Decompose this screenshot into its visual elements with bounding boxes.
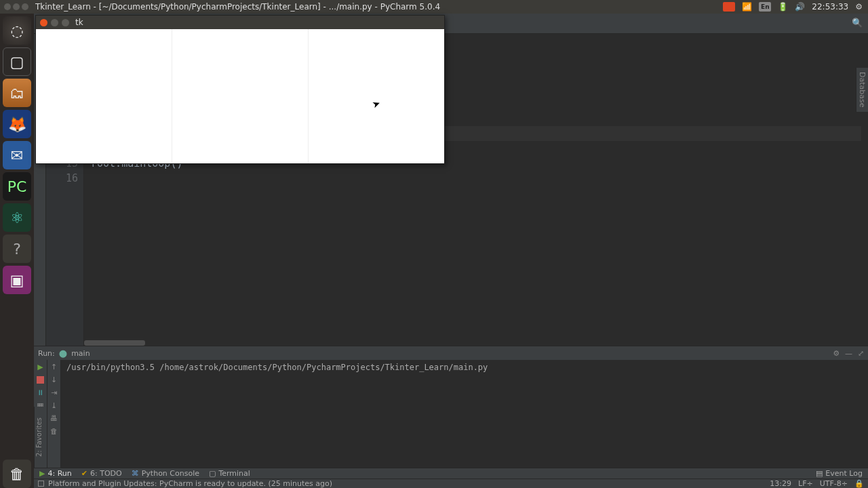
tk-titlebar[interactable]: tk bbox=[36, 16, 444, 29]
tab-todo[interactable]: ✔6: TODO bbox=[81, 469, 122, 478]
pause-button[interactable]: ⏸ bbox=[36, 388, 45, 397]
favorites-tool-tab[interactable]: 2: Favorites bbox=[34, 407, 46, 468]
down-stack-button[interactable]: ↓ bbox=[50, 375, 58, 384]
code-line[interactable] bbox=[91, 171, 861, 186]
tk-close-icon[interactable] bbox=[40, 19, 47, 26]
tk-max-icon[interactable] bbox=[62, 19, 69, 26]
tk-title: tk bbox=[75, 18, 83, 27]
tab-run[interactable]: ▶4: Run bbox=[39, 469, 72, 478]
run-controls-column-2: ↑ ↓ ⇥ ⤓ 🖶 🗑 bbox=[47, 360, 61, 468]
tray-notification-icon[interactable] bbox=[723, 2, 735, 12]
horizontal-scrollbar[interactable] bbox=[84, 340, 145, 346]
scroll-end-button[interactable]: ⤓ bbox=[50, 401, 58, 410]
trash-icon[interactable]: 🗑 bbox=[3, 460, 31, 488]
battery-icon[interactable]: 🔋 bbox=[778, 2, 788, 12]
ubuntu-dash-icon[interactable]: ◌ bbox=[3, 16, 31, 45]
win-close-icon[interactable] bbox=[4, 3, 11, 10]
status-message: Platform and Plugin Updates: PyCharm is … bbox=[48, 479, 332, 488]
status-bar: Platform and Plugin Updates: PyCharm is … bbox=[34, 479, 868, 488]
window-title: Tkinter_Learn - [~/Documents/Python/Pych… bbox=[33, 2, 717, 12]
system-tray: 📶 En 🔋 🔊 22:53:33 ⚙ bbox=[717, 2, 868, 12]
tk-body bbox=[36, 29, 444, 163]
firefox-icon[interactable]: 🦊 bbox=[3, 110, 31, 138]
line-separator[interactable]: LF÷ bbox=[798, 479, 813, 488]
stop-button[interactable] bbox=[36, 375, 45, 384]
wifi-icon[interactable]: 📶 bbox=[742, 2, 752, 12]
tk-frame-3 bbox=[309, 29, 444, 163]
minimize-panel-icon[interactable]: — bbox=[845, 349, 852, 358]
status-indicator-icon[interactable] bbox=[38, 481, 44, 487]
help-icon[interactable]: ? bbox=[3, 235, 31, 263]
clear-button[interactable]: 🗑 bbox=[50, 427, 58, 436]
run-tool-window: Run: ⬤ main ⚙ — ⤢ ▶ ⏸ ▦ ↻ ✖ ? ↑ ↓ ⇥ ⤓ 🖶 … bbox=[34, 346, 868, 468]
pycharm-icon[interactable]: PC bbox=[3, 172, 31, 201]
soft-wrap-button[interactable]: ⇥ bbox=[50, 388, 58, 397]
hide-panel-icon[interactable]: ⤢ bbox=[858, 349, 864, 358]
file-encoding[interactable]: UTF-8÷ bbox=[820, 479, 848, 488]
volume-icon[interactable]: 🔊 bbox=[795, 2, 805, 12]
caret-position: 13:29 bbox=[770, 479, 791, 488]
database-tool-tab[interactable]: Database bbox=[856, 68, 868, 112]
run-label: Run: bbox=[38, 349, 55, 358]
atom-icon[interactable]: ⚛ bbox=[3, 203, 31, 232]
app-icon[interactable]: ▣ bbox=[3, 266, 31, 294]
settings-icon[interactable]: ⚙ bbox=[833, 349, 840, 358]
win-max-icon[interactable] bbox=[22, 3, 28, 10]
unity-launcher: ◌ ▢ 🗂 🦊 ✉ PC ⚛ ? ▣ 🗑 bbox=[0, 14, 34, 488]
terminal-icon[interactable]: ▢ bbox=[3, 47, 31, 76]
keyboard-lang-indicator[interactable]: En bbox=[759, 2, 771, 12]
files-icon[interactable]: 🗂 bbox=[3, 79, 31, 107]
tab-python-console[interactable]: ⌘Python Console bbox=[132, 469, 199, 478]
bottom-tool-tabs: ▶4: Run ✔6: TODO ⌘Python Console ▢Termin… bbox=[34, 468, 868, 479]
tab-terminal[interactable]: ▢Terminal bbox=[209, 469, 250, 478]
readonly-lock-icon[interactable]: 🔒 bbox=[854, 479, 864, 488]
gear-icon[interactable]: ⚙ bbox=[855, 2, 863, 12]
run-header: Run: ⬤ main ⚙ — ⤢ bbox=[34, 346, 868, 360]
tk-frame-2 bbox=[172, 29, 308, 163]
search-icon[interactable]: 🔍 bbox=[852, 18, 863, 28]
tab-event-log[interactable]: ▤Event Log bbox=[816, 469, 863, 478]
line-number: 16 bbox=[49, 171, 78, 186]
window-buttons bbox=[0, 3, 33, 10]
up-stack-button[interactable]: ↑ bbox=[50, 363, 58, 371]
os-menubar: Tkinter_Learn - [~/Documents/Python/Pych… bbox=[0, 0, 868, 14]
rerun-button[interactable]: ▶ bbox=[36, 363, 45, 371]
python-file-icon: ⬤ bbox=[59, 349, 67, 358]
thunderbird-icon[interactable]: ✉ bbox=[3, 141, 31, 169]
run-output[interactable]: /usr/bin/python3.5 /home/astrok/Document… bbox=[61, 360, 868, 468]
run-config-name: main bbox=[71, 349, 90, 358]
tk-frame-1 bbox=[36, 29, 172, 163]
print-button[interactable]: 🖶 bbox=[50, 414, 58, 423]
clock[interactable]: 22:53:33 bbox=[812, 2, 848, 12]
run-output-line: /usr/bin/python3.5 /home/astrok/Document… bbox=[66, 363, 863, 372]
win-min-icon[interactable] bbox=[13, 3, 20, 10]
tk-application-window[interactable]: tk ➤ bbox=[35, 15, 445, 164]
tk-min-icon[interactable] bbox=[51, 19, 58, 26]
